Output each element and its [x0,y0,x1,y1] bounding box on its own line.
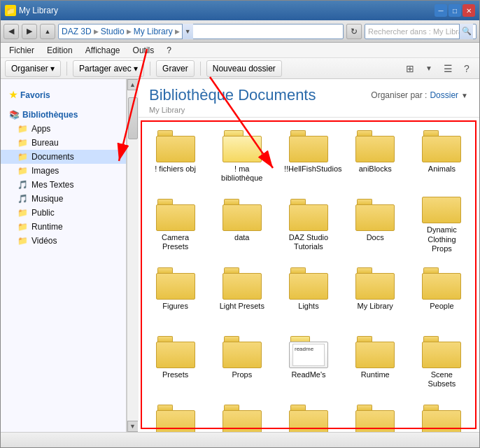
graver-button[interactable]: Graver [156,60,195,77]
folder-item[interactable]: Camera Presets [145,193,206,256]
main-window: 📁 My Library ─ □ ✕ ◀ ▶ ▲ DAZ 3D ▶ Studio… [0,0,480,448]
scroll-down-arrow[interactable]: ▼ [127,421,139,432]
folder-item[interactable]: Docs [345,193,406,256]
folder-item[interactable]: Presets [145,330,206,393]
view-icons-button[interactable]: ⊞ [402,60,418,77]
sidebar-item-images[interactable]: 📁 Images [1,164,126,178]
view-dropdown-button[interactable]: ▼ [421,60,437,77]
folder-item[interactable]: Figures [145,262,206,325]
folder-tab [224,336,239,342]
partager-button[interactable]: Partager avec ▾ [73,60,144,77]
forward-button[interactable]: ▶ [22,24,37,39]
help-button[interactable]: ? [458,60,475,77]
sidebar-item-musique[interactable]: 🎵 Musique [1,192,126,206]
scroll-track[interactable] [127,90,139,421]
folder-body [223,204,262,231]
sidebar-favoris-header[interactable]: ★ Favoris [1,88,126,102]
folder-icon-img [223,266,262,300]
sidebar-item-mes-textes[interactable]: 🎵 Mes Textes [1,178,126,192]
folder-item[interactable]: ! ma bibliothèque [211,125,272,188]
folder-label: Animals [428,164,456,174]
folder-item[interactable]: !!HellFishStudios [278,125,339,188]
folder-item[interactable]: Scripts [211,399,272,432]
folder-body: readme [289,342,328,368]
folder-tab [157,405,173,410]
folder-body [223,273,262,300]
titlebar: 📁 My Library ─ □ ✕ [1,1,479,20]
maximize-button[interactable]: □ [449,4,461,17]
menu-help[interactable]: ? [161,44,177,57]
back-button[interactable]: ◀ [3,24,19,39]
folder-item[interactable]: My Library [345,262,406,325]
search-button[interactable]: 🔍 [459,24,473,39]
folder-label: Props [232,370,252,379]
folder-body [223,136,262,162]
folder-tab [224,130,243,136]
folder-label: Runtime [361,370,390,379]
refresh-button[interactable]: ↻ [346,24,362,39]
sort-value[interactable]: Dossier [430,90,458,100]
scroll-up-arrow[interactable]: ▲ [127,79,139,90]
folder-body [223,410,262,432]
menu-edition[interactable]: Edition [41,44,78,57]
toolbar-sep-3 [200,62,201,76]
folder-item[interactable]: Scene Subsets [411,330,472,393]
musique-label: Musique [31,194,63,204]
favoris-label: Favoris [20,90,50,100]
folder-item[interactable]: Uninstallers [411,399,472,432]
folder-label: Presets [162,370,188,379]
breadcrumb[interactable]: DAZ 3D ▶ Studio ▶ My Library ▶ ▼ [58,24,344,39]
folder-tab [290,130,306,136]
minimize-button[interactable]: ─ [435,4,447,17]
menu-fichier[interactable]: Fichier [3,44,40,57]
sidebar-item-runtime[interactable]: 📁 Runtime [1,220,126,234]
folder-item[interactable]: Dynamic Clothing Props [411,193,472,256]
folder-body [156,342,195,368]
folder-label: !!HellFishStudios [284,164,333,174]
apps-label: Apps [31,124,50,134]
public-folder-icon: 📁 [17,208,28,218]
breadcrumb-dropdown[interactable]: ▼ [182,24,193,39]
videos-label: Vidéos [31,236,57,246]
folder-item[interactable]: Lights [278,262,339,325]
menu-outils[interactable]: Outils [127,44,160,57]
folder-item[interactable]: Shaders [345,399,406,432]
sidebar-item-bureau[interactable]: 📁 Bureau [1,136,126,150]
images-folder-icon: 📁 [17,166,28,176]
sidebar-item-public[interactable]: 📁 Public [1,206,126,220]
breadcrumb-part-1: DAZ 3D [62,27,92,36]
folder-item[interactable]: Animals [411,125,472,188]
view-details-button[interactable]: ☰ [439,60,456,77]
folder-item[interactable]: aniBlocks [345,125,406,188]
folder-item[interactable]: Light Presets [211,262,272,325]
toolbar: Organiser ▾ Partager avec ▾ Graver Nouve… [1,58,479,79]
sidebar-item-documents[interactable]: 📁 Documents [1,150,126,164]
libraries-icon: 📚 [9,110,20,120]
menu-affichage[interactable]: Affichage [80,44,126,57]
sidebar-item-apps[interactable]: 📁 Apps [1,122,126,136]
nouveau-dossier-button[interactable]: Nouveau dossier [206,60,282,77]
sidebar-item-videos[interactable]: 📁 Vidéos [1,234,126,248]
sidebar-bibliotheques-header[interactable]: 📚 Bibliothèques [1,108,126,122]
folder-item[interactable]: Shader Presets [278,399,339,432]
folder-item[interactable]: Scenes [145,399,206,432]
up-button[interactable]: ▲ [40,24,55,39]
sort-dropdown-icon[interactable]: ▼ [461,92,468,99]
folder-body [156,204,195,231]
folder-tab [224,405,239,410]
folder-item[interactable]: DAZ Studio Tutorials [278,193,339,256]
folder-tab [157,130,173,136]
folder-item[interactable]: data [211,193,272,256]
scroll-thumb[interactable] [128,97,138,139]
folder-icon-img [289,266,328,300]
folder-item[interactable]: People [411,262,472,325]
folder-icon-img [223,129,262,162]
folder-item[interactable]: ! fichiers obj [145,125,206,188]
organiser-button[interactable]: Organiser ▾ [5,60,61,77]
folder-item[interactable]: Runtime [345,330,406,393]
folder-tab [157,199,173,204]
folder-item[interactable]: Props [211,330,272,393]
folder-item[interactable]: readmeReadMe's [278,330,339,393]
close-button[interactable]: ✕ [463,4,475,17]
runtime-folder-icon: 📁 [17,222,28,232]
